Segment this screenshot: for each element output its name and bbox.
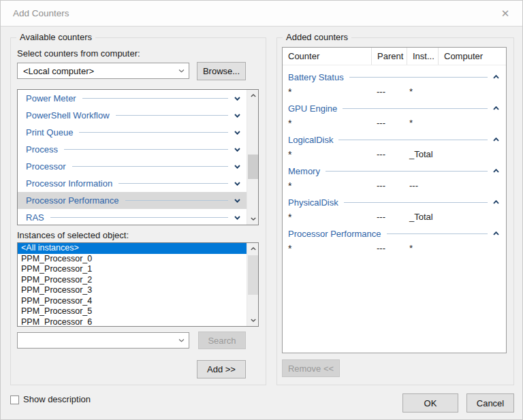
counter-row[interactable]: * --- * xyxy=(283,242,506,256)
instance-list-item[interactable]: PPM_Processor_6 xyxy=(18,317,247,327)
counter-group-header[interactable]: Processor Performance xyxy=(283,225,506,242)
counter-cell: * xyxy=(288,86,291,97)
counter-group-header[interactable]: PhysicalDisk xyxy=(283,193,506,211)
scroll-down-icon[interactable] xyxy=(247,213,259,225)
counter-group: LogicalDisk * --- _Total xyxy=(283,131,506,162)
counters-listbox[interactable]: Power Meter PowerShell Workflow Print Qu… xyxy=(17,89,259,225)
chevron-up-icon[interactable] xyxy=(493,231,499,236)
instances-label: Instances of selected object: xyxy=(17,230,129,240)
chevron-down-icon[interactable] xyxy=(234,199,240,203)
counter-group: GPU Engine * --- * xyxy=(283,99,506,131)
instance-list-item[interactable]: PPM_Processor_5 xyxy=(18,306,247,317)
chevron-up-icon[interactable] xyxy=(493,106,499,110)
column-header-computer[interactable]: Computer xyxy=(438,48,506,65)
counter-row[interactable]: * --- * xyxy=(283,86,506,99)
separator-line xyxy=(50,217,228,218)
scrollbar-thumb[interactable] xyxy=(248,155,258,179)
chevron-down-icon[interactable] xyxy=(234,114,240,118)
instance-list-item[interactable]: PPM_Processor_3 xyxy=(18,285,247,296)
add-button[interactable]: Add >> xyxy=(197,360,246,378)
computer-combo-value: <Local computer> xyxy=(18,66,174,76)
scroll-up-icon[interactable] xyxy=(247,243,259,255)
instance-name: PPM_Processor_4 xyxy=(21,296,92,306)
counter-list-item[interactable]: Processor Information xyxy=(18,175,247,192)
separator-line xyxy=(125,200,228,201)
parent-cell: --- xyxy=(377,86,385,97)
available-counters-label: Available counters xyxy=(16,32,95,42)
counter-group: Processor Performance * --- * xyxy=(283,225,506,256)
chevron-up-icon[interactable] xyxy=(493,200,499,204)
instance-list-item[interactable]: PPM_Processor_2 xyxy=(18,275,247,286)
counter-cell: * xyxy=(288,212,291,223)
counter-group-header[interactable]: Battery Status xyxy=(283,68,506,86)
counter-group-header[interactable]: Memory xyxy=(283,162,506,180)
counter-list-item[interactable]: RAS xyxy=(18,209,247,225)
chevron-up-icon[interactable] xyxy=(493,75,499,79)
counter-list-item[interactable]: Processor xyxy=(18,158,247,175)
instance-list-item[interactable]: PPM_Processor_0 xyxy=(18,254,247,265)
added-counters-table[interactable]: Counter Parent Inst... Computer Battery … xyxy=(282,47,507,353)
instances-listbox[interactable]: <All instances> PPM_Processor_0 PPM_Proc… xyxy=(17,242,259,327)
chevron-down-icon[interactable] xyxy=(234,148,240,152)
column-header-counter[interactable]: Counter xyxy=(283,51,371,61)
column-header-parent[interactable]: Parent xyxy=(371,48,407,65)
column-header-inst[interactable]: Inst... xyxy=(407,48,438,65)
scroll-up-icon[interactable] xyxy=(247,90,259,101)
instances-cell: _Total xyxy=(409,212,433,222)
counter-group-header[interactable]: GPU Engine xyxy=(283,99,506,117)
instance-name: PPM_Processor_1 xyxy=(21,264,92,274)
browse-button[interactable]: Browse... xyxy=(197,62,246,80)
chevron-down-icon[interactable] xyxy=(234,182,240,186)
chevron-down-icon[interactable] xyxy=(234,165,240,169)
instance-name: PPM_Processor_0 xyxy=(21,254,92,263)
separator-line xyxy=(116,115,228,116)
counter-row[interactable]: * --- _Total xyxy=(283,211,506,225)
counter-list-item[interactable]: Power Meter xyxy=(18,90,247,107)
instance-list-item[interactable]: PPM_Processor_4 xyxy=(18,296,247,307)
counter-name: Process xyxy=(26,144,58,155)
counter-group-header[interactable]: LogicalDisk xyxy=(283,131,506,148)
chevron-up-icon[interactable] xyxy=(493,169,499,173)
close-icon[interactable]: ✕ xyxy=(494,1,517,27)
cancel-button[interactable]: Cancel xyxy=(466,393,514,413)
instance-list-item[interactable]: PPM_Processor_1 xyxy=(18,264,247,275)
search-button[interactable]: Search xyxy=(198,332,246,349)
scrollbar-thumb[interactable] xyxy=(248,255,258,295)
chevron-up-icon[interactable] xyxy=(493,138,499,142)
counter-row[interactable]: * --- * xyxy=(283,117,506,131)
chevron-down-icon[interactable] xyxy=(234,131,240,135)
instances-cell: * xyxy=(409,118,413,128)
counter-list-item[interactable]: Processor Performance xyxy=(18,192,247,209)
scroll-down-icon[interactable] xyxy=(247,314,259,326)
counters-scrollbar[interactable] xyxy=(247,90,258,225)
chevron-down-icon[interactable] xyxy=(234,216,240,220)
chevron-down-icon[interactable] xyxy=(174,69,189,73)
show-description-checkbox[interactable] xyxy=(10,395,19,404)
chevron-down-icon[interactable] xyxy=(174,338,189,342)
parent-cell: --- xyxy=(377,243,385,253)
select-computer-label: Select counters from computer: xyxy=(17,48,140,59)
remove-button[interactable]: Remove << xyxy=(282,359,340,377)
counter-list-item[interactable]: Print Queue xyxy=(18,124,247,141)
computer-combo[interactable]: <Local computer> xyxy=(17,63,189,79)
search-combo[interactable] xyxy=(17,332,189,349)
counter-row[interactable]: * --- --- xyxy=(283,180,506,193)
chevron-down-icon[interactable] xyxy=(234,97,240,101)
separator-line xyxy=(343,108,488,109)
ok-button[interactable]: OK xyxy=(402,393,458,413)
instance-name: <All instances> xyxy=(21,243,79,253)
counter-cell: * xyxy=(288,180,291,191)
added-counters-label: Added counters xyxy=(283,32,351,42)
instance-list-item[interactable]: <All instances> xyxy=(18,243,247,254)
counter-row[interactable]: * --- _Total xyxy=(283,148,506,162)
counter-name: PowerShell Workflow xyxy=(26,110,110,120)
counter-group-name: Memory xyxy=(288,166,320,176)
counter-name: RAS xyxy=(26,212,44,223)
instances-scrollbar[interactable] xyxy=(247,243,258,326)
counter-list-item[interactable]: PowerShell Workflow xyxy=(18,107,247,124)
counter-list-item[interactable]: Process xyxy=(18,141,247,158)
separator-line xyxy=(79,132,228,133)
separator-line xyxy=(338,140,488,140)
separator-line xyxy=(72,166,228,167)
counter-cell: * xyxy=(288,149,291,160)
